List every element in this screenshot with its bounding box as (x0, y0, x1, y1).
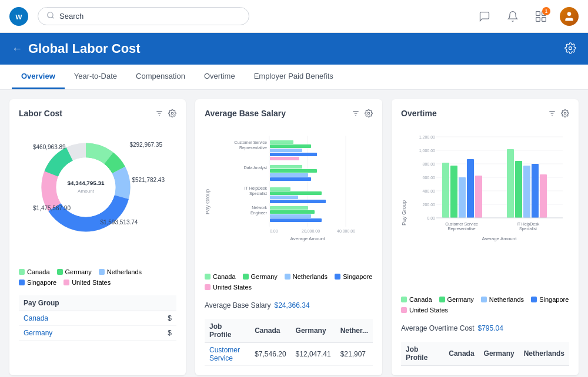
overtime-table-header-canada: Canada (444, 342, 479, 366)
svg-text:40,000.00: 40,000.00 (337, 229, 355, 233)
svg-point-7 (569, 46, 572, 49)
tab-bar: Overview Year-to-Date Compensation Overt… (0, 65, 588, 90)
svg-text:20,000.00: 20,000.00 (302, 229, 320, 233)
table-cell-customer-service[interactable]: Customer Service (205, 343, 250, 366)
avg-salary-legend: Canada Germany Netherlands Singapore Uni… (205, 273, 373, 291)
svg-text:Network: Network (252, 206, 267, 210)
legend-singapore: Singapore (19, 279, 56, 286)
tab-year-to-date[interactable]: Year-to-Date (65, 65, 126, 89)
svg-rect-32 (270, 144, 311, 148)
filter-icon[interactable] (155, 109, 163, 117)
svg-rect-39 (270, 177, 311, 181)
labor-cost-legend: Canada Germany Netherlands Singapore Uni… (19, 268, 176, 286)
vbar-chart-svg: 1,200.00 1,000.00 800.00 600.00 400.00 2… (409, 130, 569, 247)
svg-rect-44 (270, 196, 298, 199)
svg-point-60 (564, 112, 566, 115)
svg-rect-36 (270, 165, 302, 169)
svg-rect-38 (270, 173, 308, 177)
legend-us-right: United States (401, 307, 448, 314)
avg-base-salary-card: Average Base Salary Pay Group (195, 99, 382, 375)
avg-salary-header: Average Base Salary (205, 109, 373, 118)
svg-text:Average Amount: Average Amount (482, 236, 517, 241)
svg-rect-77 (459, 177, 466, 218)
table-cell-germany[interactable]: Germany (19, 326, 141, 341)
badge-count: 1 (542, 7, 550, 15)
workday-logo[interactable]: w (9, 7, 28, 26)
legend-canada: Canada (19, 268, 50, 275)
table-header-paygroup: Pay Group (19, 295, 141, 311)
svg-rect-80 (507, 149, 514, 218)
legend-germany-right: Germany (439, 296, 474, 303)
svg-text:Data Analyst: Data Analyst (244, 166, 267, 170)
filter-icon-mid[interactable] (352, 109, 360, 117)
settings-gear-icon[interactable] (168, 109, 176, 117)
labor-cost-table: Pay Group Canada $ Germany $ (19, 295, 176, 341)
avg-overtime-value: $795.04 (478, 324, 503, 332)
svg-rect-81 (515, 161, 522, 218)
chat-icon-button[interactable] (475, 7, 494, 26)
legend-singapore-right: Singapore (531, 296, 569, 303)
search-icon (46, 11, 55, 21)
svg-rect-37 (270, 169, 317, 173)
svg-text:800.00: 800.00 (423, 162, 436, 166)
tab-overtime[interactable]: Overtime (195, 65, 245, 89)
avg-overtime-label: Average Overtime Cost (401, 324, 475, 332)
filter-icon-right[interactable] (548, 109, 556, 117)
svg-text:1,000.00: 1,000.00 (419, 149, 435, 153)
table-cell-cs-canada: $7,546.20 (250, 343, 290, 366)
tab-overview[interactable]: Overview (12, 65, 65, 89)
legend-germany-mid: Germany (243, 273, 278, 280)
search-input[interactable] (59, 12, 240, 21)
legend-singapore-mid: Singapore (335, 273, 372, 280)
overtime-table-header-netherlands: Netherlands (519, 342, 569, 366)
top-navigation: w 1 (0, 0, 588, 33)
nav-icons: 1 (475, 7, 579, 26)
svg-text:Engineer: Engineer (250, 211, 268, 216)
svg-point-0 (48, 12, 53, 18)
legend-us: United States (64, 279, 111, 286)
table-row: Germany $ (19, 326, 176, 341)
legend-canada-mid: Canada (205, 273, 236, 280)
svg-text:400.00: 400.00 (423, 189, 436, 193)
apps-icon-button[interactable]: 1 (532, 7, 550, 26)
avg-overtime-summary: Average Overtime Cost $795.04 (401, 324, 569, 332)
svg-text:0.00: 0.00 (270, 229, 278, 233)
back-button[interactable]: ← (12, 43, 22, 55)
svg-rect-42 (270, 187, 290, 191)
settings-icon-mid[interactable] (365, 109, 373, 117)
svg-text:0.00: 0.00 (427, 216, 435, 220)
svg-rect-45 (270, 200, 326, 203)
svg-text:Representative: Representative (239, 146, 267, 150)
svg-point-6 (567, 12, 572, 16)
table-cell-canada[interactable]: Canada (19, 311, 141, 326)
overtime-actions[interactable] (548, 109, 569, 117)
avg-base-salary-label: Average Base Salary (205, 301, 271, 309)
svg-rect-51 (270, 218, 322, 222)
svg-line-1 (52, 17, 54, 19)
donut-label-4: $1,475,567.90 (33, 205, 71, 211)
settings-icon[interactable] (564, 42, 576, 56)
donut-label-2: $292,967.35 (129, 142, 162, 148)
svg-rect-34 (270, 153, 317, 156)
legend-netherlands-mid: Netherlands (285, 273, 328, 280)
svg-text:1,200.00: 1,200.00 (419, 135, 435, 139)
svg-rect-50 (270, 214, 311, 218)
tab-compensation[interactable]: Compensation (126, 65, 195, 89)
svg-text:Specialist: Specialist (519, 227, 537, 231)
notification-icon-button[interactable] (503, 7, 522, 26)
table-cell-germany-value: $ (141, 326, 176, 341)
tab-employer-paid-benefits[interactable]: Employer Paid Benefits (245, 65, 343, 89)
labor-cost-actions[interactable] (155, 109, 176, 117)
svg-text:600.00: 600.00 (423, 176, 436, 180)
svg-rect-43 (270, 191, 322, 195)
labor-cost-title: Labor Cost (19, 109, 62, 118)
search-bar[interactable] (38, 7, 249, 25)
labor-cost-card: Labor Cost $460,963.89 $292,967.35 $521,… (9, 99, 186, 375)
table-cell-cs-netherlands: $21,907 (336, 343, 373, 366)
user-avatar[interactable] (560, 7, 579, 26)
avg-salary-actions[interactable] (352, 109, 373, 117)
svg-text:$4,344,795.31: $4,344,795.31 (67, 180, 105, 186)
settings-icon-right[interactable] (561, 109, 569, 117)
overtime-table-header-jobprofile: Job Profile (401, 342, 444, 366)
svg-rect-56 (270, 157, 299, 160)
